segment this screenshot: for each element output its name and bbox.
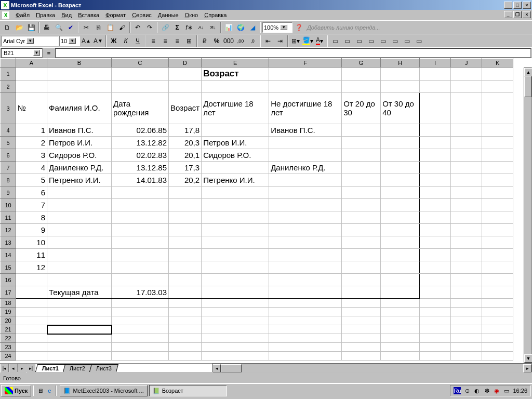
col-header-K[interactable]: K bbox=[482, 59, 513, 68]
tray-icon-1[interactable]: ⊙ bbox=[463, 387, 471, 394]
row-header-16[interactable]: 16 bbox=[1, 274, 16, 286]
cell-A13[interactable]: 10 bbox=[16, 236, 47, 249]
lang-indicator[interactable]: Ru bbox=[454, 387, 461, 394]
sheet-tab-Лист1[interactable]: Лист1 bbox=[35, 364, 65, 372]
row-header-24[interactable]: 24 bbox=[1, 352, 16, 361]
col-header-A[interactable]: A bbox=[16, 59, 47, 68]
currency-button[interactable]: ₽ bbox=[199, 35, 210, 47]
cell-G21[interactable] bbox=[342, 325, 381, 334]
cell-J15[interactable] bbox=[451, 261, 482, 274]
cell-J7[interactable] bbox=[451, 162, 482, 174]
horizontal-scrollbar[interactable]: ◂ ▸ bbox=[212, 364, 532, 373]
cell-E17[interactable] bbox=[202, 286, 269, 299]
cell-K14[interactable] bbox=[482, 249, 513, 261]
cell-C7[interactable]: 13.12.85 bbox=[112, 162, 169, 174]
tray-icon-4[interactable]: ◉ bbox=[493, 387, 500, 394]
font-color-button[interactable]: A▾ bbox=[314, 35, 325, 47]
cell-H18[interactable] bbox=[381, 299, 420, 308]
cell-F14[interactable] bbox=[269, 249, 342, 261]
cell-A21[interactable] bbox=[16, 325, 47, 334]
cell-A15[interactable]: 12 bbox=[16, 261, 47, 274]
cell-H21[interactable] bbox=[381, 325, 420, 334]
cell-I14[interactable] bbox=[420, 249, 451, 261]
row-header-3[interactable]: 3 bbox=[1, 93, 16, 124]
tab-last-button[interactable]: ▸| bbox=[26, 364, 35, 373]
cell-I8[interactable] bbox=[420, 174, 451, 187]
spellcheck-button[interactable]: ✔ bbox=[65, 22, 76, 33]
cell-E4[interactable] bbox=[202, 124, 269, 137]
cell-H2[interactable] bbox=[381, 81, 420, 93]
cell-C22[interactable] bbox=[112, 334, 169, 343]
cell-B17[interactable]: Текущая дата bbox=[47, 286, 112, 299]
cell-H19[interactable] bbox=[381, 308, 420, 316]
cell-F20[interactable] bbox=[269, 316, 342, 325]
cell-D3[interactable]: Возраст bbox=[169, 93, 202, 124]
cell-F10[interactable] bbox=[269, 199, 342, 211]
row-header-9[interactable]: 9 bbox=[1, 187, 16, 199]
doc-restore-button[interactable]: ❐ bbox=[513, 11, 522, 18]
menu-вставка[interactable]: Вставка bbox=[75, 11, 102, 19]
cell-K8[interactable] bbox=[482, 174, 513, 187]
cell-A22[interactable] bbox=[16, 334, 47, 343]
row-header-2[interactable]: 2 bbox=[1, 81, 16, 93]
cell-F2[interactable] bbox=[269, 81, 342, 93]
cell-D19[interactable] bbox=[169, 308, 202, 316]
cell-B7[interactable]: Даниленко Р.Д. bbox=[47, 162, 112, 174]
cell-B24[interactable] bbox=[47, 352, 112, 361]
cell-K17[interactable] bbox=[482, 286, 513, 299]
cell-I11[interactable] bbox=[420, 211, 451, 224]
scroll-right-button[interactable]: ▸ bbox=[523, 364, 531, 373]
scroll-left-button[interactable]: ◂ bbox=[212, 364, 221, 373]
cell-E5[interactable]: Петров И.И. bbox=[202, 137, 269, 149]
cell-C8[interactable]: 14.01.83 bbox=[112, 174, 169, 187]
cell-D7[interactable]: 17,3 bbox=[169, 162, 202, 174]
cell-J2[interactable] bbox=[451, 81, 482, 93]
cell-E21[interactable] bbox=[202, 325, 269, 334]
cell-A3[interactable]: № bbox=[16, 93, 47, 124]
font-size-combo[interactable]: 10▼ bbox=[59, 36, 80, 46]
tab-next-button[interactable]: ▸ bbox=[18, 364, 26, 373]
cell-C9[interactable] bbox=[112, 187, 169, 199]
cell-F8[interactable] bbox=[269, 174, 342, 187]
cell-K15[interactable] bbox=[482, 261, 513, 274]
tb-extra-5[interactable]: ▭ bbox=[377, 35, 389, 47]
cut-button[interactable]: ✂ bbox=[81, 22, 92, 33]
cell-C3[interactable]: Дата рождения bbox=[112, 93, 169, 124]
cell-E10[interactable] bbox=[202, 199, 269, 211]
col-header-C[interactable]: C bbox=[112, 59, 169, 68]
cell-B3[interactable]: Фамилия И.О. bbox=[47, 93, 112, 124]
cell-F13[interactable] bbox=[269, 236, 342, 249]
tray-icon-5[interactable]: ▭ bbox=[503, 387, 510, 394]
cell-A4[interactable]: 1 bbox=[16, 124, 47, 137]
cell-E7[interactable] bbox=[202, 162, 269, 174]
cell-K7[interactable] bbox=[482, 162, 513, 174]
cell-I10[interactable] bbox=[420, 199, 451, 211]
row-header-23[interactable]: 23 bbox=[1, 343, 16, 352]
cell-E6[interactable]: Сидоров Р.О. bbox=[202, 149, 269, 162]
menu-справка[interactable]: Справка bbox=[201, 11, 230, 19]
cell-I18[interactable] bbox=[420, 299, 451, 308]
cell-J17[interactable] bbox=[451, 286, 482, 299]
cell-E24[interactable] bbox=[202, 352, 269, 361]
cell-H6[interactable] bbox=[381, 149, 420, 162]
cell-I17[interactable] bbox=[420, 286, 451, 299]
cell-E14[interactable] bbox=[202, 249, 269, 261]
cell-J13[interactable] bbox=[451, 236, 482, 249]
tb-extra-6[interactable]: ▭ bbox=[389, 35, 401, 47]
cell-A20[interactable] bbox=[16, 316, 47, 325]
cell-F6[interactable] bbox=[269, 149, 342, 162]
tb-extra-3[interactable]: ▭ bbox=[353, 35, 365, 47]
cell-K10[interactable] bbox=[482, 199, 513, 211]
increase-decimal-button[interactable]: ,00 bbox=[235, 35, 246, 47]
cell-D10[interactable] bbox=[169, 199, 202, 211]
cell-E12[interactable] bbox=[202, 224, 269, 236]
cell-H16[interactable] bbox=[381, 274, 420, 286]
menu-формат[interactable]: Формат bbox=[102, 11, 129, 19]
cell-I24[interactable] bbox=[420, 352, 451, 361]
cell-G6[interactable] bbox=[342, 149, 381, 162]
tb-extra-4[interactable]: ▭ bbox=[365, 35, 377, 47]
doc-close-button[interactable]: × bbox=[523, 11, 531, 18]
cell-B1[interactable] bbox=[47, 68, 112, 81]
cell-F5[interactable] bbox=[269, 137, 342, 149]
minimize-button[interactable]: _ bbox=[504, 2, 512, 9]
